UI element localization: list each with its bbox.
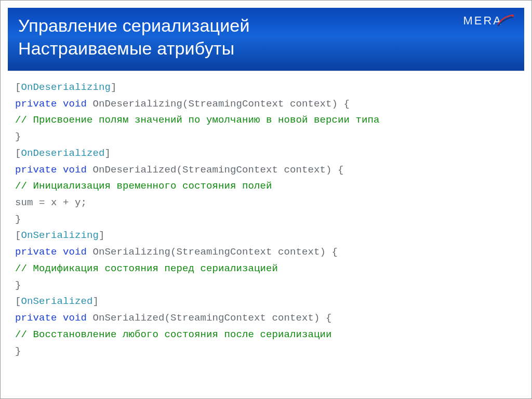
code-line: private void OnSerialized(StreamingConte… (15, 310, 517, 327)
code-line: // Модификация состояния перед сериализа… (15, 261, 517, 277)
code-token: [ (15, 82, 21, 93)
code-line: // Инициализация временного состояния по… (15, 178, 517, 195)
code-token: } (15, 214, 21, 225)
code-line: [OnSerialized] (15, 294, 517, 310)
code-token: private void (15, 312, 93, 324)
code-token: OnDeserialized(StreamingContext context)… (93, 164, 344, 176)
code-token: // Восстановление любого состояния после… (15, 329, 332, 340)
code-token: OnDeserializing(StreamingContext context… (93, 98, 350, 110)
code-token: OnSerializing (21, 230, 99, 241)
code-line: private void OnDeserialized(StreamingCon… (15, 162, 517, 179)
code-line: sum = x + y; (15, 195, 517, 211)
code-token: ] (99, 230, 105, 241)
code-token: } (15, 280, 21, 291)
slide-title-line2: Настраиваемые атрибуты (18, 38, 234, 58)
code-token: private void (15, 164, 93, 176)
brand-logo-text: MERA (463, 14, 502, 28)
slide-title: Управление сериализацией Настраиваемые а… (18, 14, 514, 60)
code-token: } (15, 345, 21, 357)
code-token: [ (15, 296, 21, 307)
slide-title-line1: Управление сериализацией (18, 16, 250, 35)
code-token: [ (15, 148, 21, 159)
code-token: OnDeserialized (21, 148, 105, 159)
code-line: } (15, 277, 517, 294)
code-line: // Присвоение полям значений по умолчани… (15, 112, 517, 129)
code-token: OnSerialized(StreamingContext context) { (93, 312, 332, 324)
code-line: [OnSerializing] (15, 228, 517, 244)
code-token: private void (15, 246, 93, 258)
code-token: ] (105, 148, 111, 159)
code-line: [OnDeserializing] (15, 79, 517, 96)
code-token: // Модификация состояния перед сериализа… (15, 263, 278, 274)
code-token: private void (15, 98, 93, 110)
code-line: } (15, 129, 517, 145)
code-token: OnSerializing(StreamingContext context) … (93, 246, 338, 258)
code-token: } (15, 131, 21, 142)
title-bar: MERA Управление сериализацией Настраивае… (8, 8, 524, 71)
code-token: sum = x + y; (15, 197, 87, 208)
code-line: private void OnSerializing(StreamingCont… (15, 244, 517, 261)
slide-frame: MERA Управление сериализацией Настраивае… (0, 0, 532, 399)
code-token: ] (111, 82, 117, 93)
brand-swoop-icon (500, 14, 515, 26)
code-token: ] (93, 296, 99, 307)
code-line: private void OnDeserializing(StreamingCo… (15, 96, 517, 113)
code-line: [OnDeserialized] (15, 145, 517, 162)
code-line: } (15, 343, 517, 360)
code-token: OnDeserializing (21, 82, 111, 93)
brand-logo: MERA (463, 14, 515, 28)
code-token: // Присвоение полям значений по умолчани… (15, 114, 380, 126)
code-token: OnSerialized (21, 296, 93, 307)
code-listing: [OnDeserializing]private void OnDeserial… (8, 74, 524, 365)
code-line: } (15, 211, 517, 228)
code-token: // Инициализация временного состояния по… (15, 180, 272, 192)
code-token: [ (15, 230, 21, 241)
code-line: // Восстановление любого состояния после… (15, 327, 517, 343)
